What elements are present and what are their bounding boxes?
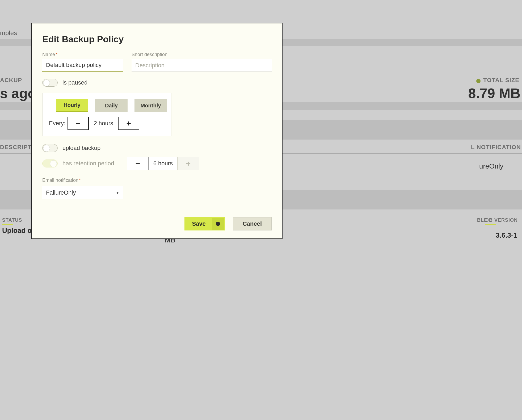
email-notification-value: FailureOnly (46, 189, 76, 196)
save-indicator-icon (212, 218, 224, 230)
save-button[interactable]: Save (184, 217, 225, 230)
cancel-button[interactable]: Cancel (233, 217, 272, 230)
short-description-input[interactable] (132, 59, 272, 72)
caret-down-icon: ▼ (116, 191, 119, 195)
name-label: Name* (42, 52, 123, 57)
name-input[interactable] (42, 59, 123, 72)
is-paused-label: is paused (62, 79, 87, 86)
upload-backup-toggle[interactable] (42, 144, 58, 152)
frequency-value: 2 hours (89, 117, 118, 130)
db-version-value: 3.6.3-1 (496, 231, 517, 240)
total-size-value: 8.79 MB (468, 85, 520, 101)
tab-hourly[interactable]: Hourly (56, 99, 88, 112)
minus-icon: − (76, 119, 81, 128)
notification-label-fragment: L NOTIFICATION (471, 144, 521, 151)
status-label: STATUS (2, 217, 22, 223)
minus-icon: − (136, 159, 140, 168)
tab-daily[interactable]: Daily (95, 99, 128, 112)
total-size-label: TOTAL SIZE (483, 77, 519, 83)
notification-value-fragment: ureOnly (479, 162, 503, 170)
edit-backup-policy-modal: Edit Backup Policy Name* Short descripti… (31, 23, 283, 239)
last-backup-label-fragment: ACKUP (0, 77, 22, 83)
tab-monthly[interactable]: Monthly (134, 99, 167, 112)
modal-title: Edit Backup Policy (42, 34, 272, 44)
frequency-card: Hourly Daily Monthly Every: − 2 hours + (42, 93, 171, 136)
retention-toggle[interactable] (42, 159, 58, 167)
retention-increment-button[interactable]: + (177, 157, 199, 170)
retention-value: 6 hours (149, 157, 177, 170)
db-version-label: DB VERSION (485, 217, 518, 223)
short-description-label: Short description (132, 52, 272, 57)
plus-icon: + (127, 119, 131, 128)
frequency-decrement-button[interactable]: − (68, 117, 89, 130)
is-paused-toggle[interactable] (42, 79, 58, 87)
retention-decrement-button[interactable]: − (127, 157, 149, 170)
retention-label: has retention period (62, 160, 114, 167)
frequency-increment-button[interactable]: + (118, 117, 139, 130)
last-backup-value-fragment: s ago (0, 85, 36, 101)
status-dot-icon (476, 79, 481, 83)
breadcrumb-fragment: mples (0, 29, 17, 37)
frequency-every-label: Every: (49, 120, 65, 127)
plus-icon: + (186, 159, 191, 168)
email-notification-select[interactable]: FailureOnly ▼ (42, 186, 123, 199)
upload-backup-label: upload backup (62, 145, 100, 152)
email-notification-label: Email notification* (42, 178, 272, 183)
